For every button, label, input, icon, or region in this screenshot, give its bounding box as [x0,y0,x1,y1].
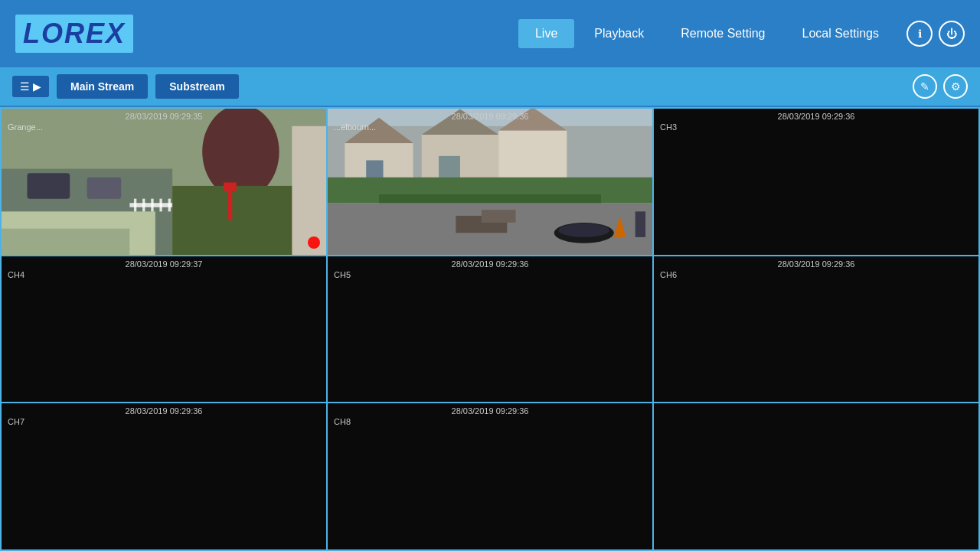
nav: Live Playback Remote Setting Local Setti… [518,19,965,48]
ch1-location: Grange... [8,122,43,132]
nav-remote-setting[interactable]: Remote Setting [664,19,782,48]
ch4-label: CH4 [8,270,24,279]
ch3-timestamp: 28/03/2019 09:29:36 [778,112,855,121]
svg-rect-6 [151,199,153,212]
ch8-label: CH8 [334,417,351,426]
ch6-timestamp: 28/03/2019 09:29:36 [778,259,855,269]
settings-button[interactable]: ⚙ [943,74,968,99]
ch7-label: CH7 [8,417,24,426]
camera-cell-ch9[interactable] [654,403,978,549]
svg-rect-16 [27,173,70,198]
svg-rect-38 [482,210,516,223]
menu-icon: ☰ [20,80,30,93]
svg-point-36 [558,223,609,237]
ch5-label: CH5 [334,270,351,279]
nav-icons: ℹ ⏻ [906,21,965,47]
camera-cell-ch4[interactable]: 28/03/2019 09:29:37 CH4 [2,256,326,403]
edit-icon: ✎ [920,80,929,93]
info-button[interactable]: ℹ [906,21,933,47]
toolbar: ☰ ▶ Main Stream Substream ✎ ⚙ [0,67,980,107]
camera-cell-ch3[interactable]: 28/03/2019 09:29:36 CH3 [654,109,978,255]
camera-cell-ch7[interactable]: 28/03/2019 09:29:36 CH7 [2,403,326,549]
camera-cell-ch8[interactable]: 28/03/2019 09:29:36 CH8 [328,403,652,549]
ch8-timestamp: 28/03/2019 09:29:36 [452,406,529,416]
camera-cell-ch5[interactable]: 28/03/2019 09:29:36 CH5 [328,256,652,403]
nav-playback[interactable]: Playback [577,19,661,48]
camera-cell-ch6[interactable]: 28/03/2019 09:29:36 CH6 [654,256,978,403]
svg-rect-40 [635,211,645,236]
svg-rect-5 [142,199,145,212]
logo: LOREX [15,15,133,53]
header: LOREX Live Playback Remote Setting Local… [0,0,980,67]
ch6-label: CH6 [660,270,677,279]
nav-local-settings[interactable]: Local Settings [785,19,896,48]
nav-live[interactable]: Live [518,19,574,48]
mainstream-button[interactable]: Main Stream [57,74,148,99]
svg-rect-15 [292,126,326,255]
edit-button[interactable]: ✎ [913,74,937,99]
menu-arrow-icon: ▶ [33,80,41,93]
svg-rect-8 [168,199,171,212]
menu-button[interactable]: ☰ ▶ [12,76,49,97]
svg-point-12 [202,109,279,199]
ch3-label: CH3 [660,122,677,132]
ch2-location: ...elbourn... [334,122,376,132]
camera-cell-ch2[interactable]: 28/03/2019 09:29:36 ...elbourn... [328,109,652,255]
svg-rect-7 [159,199,162,212]
power-button[interactable]: ⏻ [939,21,965,47]
camera-cell-ch1[interactable]: 28/03/2019 09:29:35 Grange... [2,109,326,255]
ch1-timestamp: 28/03/2019 09:29:35 [126,112,203,121]
ch5-timestamp: 28/03/2019 09:29:36 [452,259,529,269]
svg-rect-20 [2,229,129,255]
ch2-timestamp: 28/03/2019 09:29:36 [452,112,529,121]
settings-icon: ⚙ [951,80,961,93]
ch4-timestamp: 28/03/2019 09:29:37 [126,259,203,269]
substream-button[interactable]: Substream [155,74,238,99]
camera-grid: 28/03/2019 09:29:35 Grange... [0,107,980,551]
svg-rect-17 [87,178,122,199]
toolbar-left: ☰ ▶ Main Stream Substream [12,74,239,99]
power-icon: ⏻ [946,28,957,40]
svg-rect-19 [224,182,237,191]
svg-rect-4 [134,199,136,212]
info-icon: ℹ [918,28,922,40]
toolbar-right: ✎ ⚙ [913,74,968,99]
ch7-timestamp: 28/03/2019 09:29:36 [126,406,203,416]
ch1-recording-indicator [308,236,320,249]
